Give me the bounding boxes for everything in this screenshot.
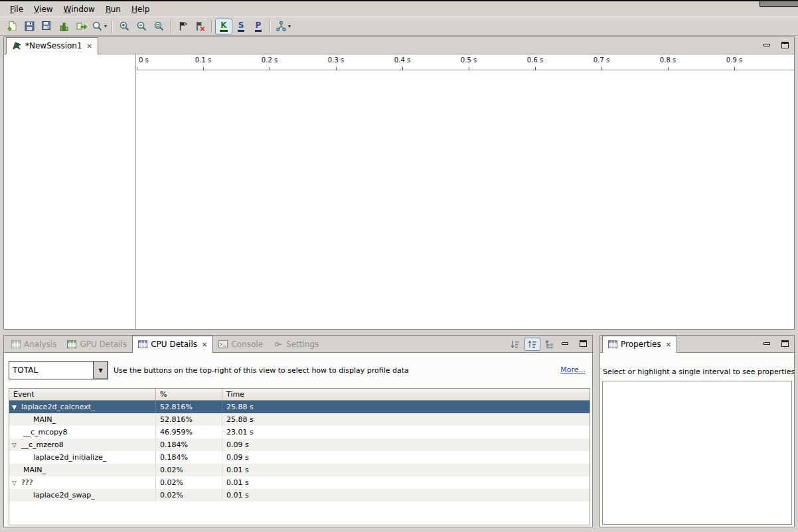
properties-icon xyxy=(608,340,617,348)
bar-chart-icon xyxy=(58,21,70,32)
table-header: Event%Time xyxy=(9,389,590,401)
bottom-up-view-button[interactable] xyxy=(542,338,558,351)
table-row[interactable]: MAIN_0.02%0.01 s xyxy=(9,464,590,476)
tab-label: Console xyxy=(231,340,263,349)
table-row[interactable]: ▼laplace2d_calcnext_52.816%25.88 s xyxy=(9,401,590,413)
new-session-icon xyxy=(7,21,18,32)
zoom-fit-button[interactable] xyxy=(150,19,167,34)
column-header-time[interactable]: Time xyxy=(222,389,590,400)
maximize-button[interactable] xyxy=(780,340,789,348)
time-cell: 0.01 s xyxy=(222,489,590,501)
toolbar-separator xyxy=(211,20,212,33)
close-tab-icon[interactable]: ✕ xyxy=(202,341,207,348)
process-view-button[interactable]: P xyxy=(250,19,267,34)
marker-forward-button[interactable] xyxy=(174,19,191,34)
column-header-percent[interactable]: % xyxy=(156,389,222,400)
tab-gpu-details[interactable]: GPU Details xyxy=(62,336,132,352)
ruler-tick-label: 0 s xyxy=(139,56,149,64)
percent-cell: 52.816% xyxy=(156,401,222,413)
display-mode-combobox[interactable]: TOTAL ▼ xyxy=(9,361,108,379)
tab-session[interactable]: *NewSession1 ✕ xyxy=(6,37,98,54)
table-row[interactable]: ▽__c_mzero80.184%0.09 s xyxy=(9,438,590,451)
marker-clear-button[interactable] xyxy=(191,19,208,34)
maximize-button[interactable] xyxy=(578,340,588,348)
expand-icon[interactable]: ▼ xyxy=(12,404,21,411)
time-cell: 0.01 s xyxy=(222,464,590,476)
timeline-area: 0 s0.1 s0.2 s0.3 s0.4 s0.5 s0.6 s0.7 s0.… xyxy=(4,54,794,329)
export-button[interactable] xyxy=(72,19,90,34)
event-label: __c_mcopy8 xyxy=(23,428,68,436)
new-session-button[interactable] xyxy=(3,19,21,34)
stream-icon: S xyxy=(238,21,245,32)
tab-settings[interactable]: Settings xyxy=(268,336,324,352)
table-row[interactable]: ▽???0.02%0.01 s xyxy=(9,476,590,489)
time-cell: 0.01 s xyxy=(222,476,590,489)
tab-cpu-details[interactable]: CPU Details✕ xyxy=(132,336,213,352)
combobox-arrow-icon[interactable]: ▼ xyxy=(93,362,108,379)
expand-icon[interactable]: ▽ xyxy=(12,480,21,486)
percent-cell: 46.959% xyxy=(156,426,222,438)
minimize-button[interactable] xyxy=(762,41,771,49)
percent-cell: 0.02% xyxy=(156,489,222,501)
time-cell: 25.88 s xyxy=(222,413,590,426)
gpu-details-icon xyxy=(67,340,76,348)
window-top-edge xyxy=(0,0,798,1)
settings-icon xyxy=(274,340,283,348)
maximize-button[interactable] xyxy=(780,41,789,49)
top-down-view-button[interactable] xyxy=(524,338,540,351)
dropdown-arrow-icon[interactable]: ▾ xyxy=(288,23,291,29)
table-row[interactable]: MAIN_52.816%25.88 s xyxy=(9,413,590,426)
search-button[interactable]: ▾ xyxy=(90,19,109,34)
tab-properties[interactable]: Properties ✕ xyxy=(602,336,677,352)
table-row[interactable]: laplace2d_swap_0.02%0.01 s xyxy=(9,489,590,501)
menu-run[interactable]: Run xyxy=(100,3,126,15)
percent-cell: 0.184% xyxy=(156,451,222,464)
menu-view[interactable]: View xyxy=(29,3,58,15)
minimize-button[interactable] xyxy=(560,340,570,348)
tab-analysis[interactable]: Analysis xyxy=(6,336,62,352)
event-cell: ▽??? xyxy=(9,476,156,489)
tab-label: Settings xyxy=(286,340,319,349)
table-row[interactable]: laplace2d_initialize_0.184%0.09 s xyxy=(9,451,590,464)
table-body: ▼laplace2d_calcnext_52.816%25.88 sMAIN_5… xyxy=(9,401,590,501)
table-row[interactable]: __c_mcopy846.959%23.01 s xyxy=(9,426,590,438)
ruler-tick-mark xyxy=(336,67,337,70)
menu-file[interactable]: File xyxy=(5,3,29,15)
dropdown-arrow-icon[interactable]: ▾ xyxy=(104,23,107,29)
event-label: laplace2d_swap_ xyxy=(33,491,95,499)
minimize-button[interactable] xyxy=(762,340,771,348)
timeline-ruler[interactable]: 0 s0.1 s0.2 s0.3 s0.4 s0.5 s0.6 s0.7 s0.… xyxy=(137,54,794,70)
stream-view-button[interactable]: S xyxy=(232,19,250,34)
event-label: laplace2d_initialize_ xyxy=(33,453,106,462)
properties-tabs: Properties ✕ xyxy=(600,336,677,352)
kernel-view-button[interactable]: K xyxy=(215,19,232,34)
event-label: __c_mzero8 xyxy=(21,440,64,449)
flag-forward-icon xyxy=(177,21,189,32)
ruler-tick-label: 0.2 s xyxy=(262,56,278,64)
toolbar-separator xyxy=(270,20,271,33)
ruler-tick-label: 0.5 s xyxy=(461,56,477,64)
zoom-in-button[interactable] xyxy=(116,19,133,34)
save-as-button[interactable] xyxy=(38,19,55,34)
event-cell: MAIN_ xyxy=(9,464,156,476)
menu-window[interactable]: Window xyxy=(58,3,100,15)
analysis-button[interactable]: ▾ xyxy=(274,19,293,34)
ruler-tick-mark xyxy=(535,67,536,70)
tab-console[interactable]: Console xyxy=(213,336,268,352)
close-tab-icon[interactable]: ✕ xyxy=(666,341,671,348)
close-tab-icon[interactable]: ✕ xyxy=(87,42,92,50)
ruler-tick-mark xyxy=(668,67,669,70)
zoom-out-button[interactable] xyxy=(133,19,150,34)
profile-chart-button[interactable] xyxy=(55,19,72,34)
kernel-icon: K xyxy=(220,21,227,32)
more-link[interactable]: More... xyxy=(560,366,586,374)
menu-help[interactable]: Help xyxy=(126,3,155,15)
flat-view-button[interactable] xyxy=(507,338,523,351)
expand-icon[interactable]: ▽ xyxy=(12,442,21,448)
zoom-fit-icon xyxy=(153,21,165,32)
save-button[interactable] xyxy=(21,19,38,34)
toolbar-separator xyxy=(170,20,171,33)
ruler-tick-mark xyxy=(469,67,469,70)
ruler-tick-label: 0.7 s xyxy=(594,56,609,64)
column-header-event[interactable]: Event xyxy=(9,389,156,400)
